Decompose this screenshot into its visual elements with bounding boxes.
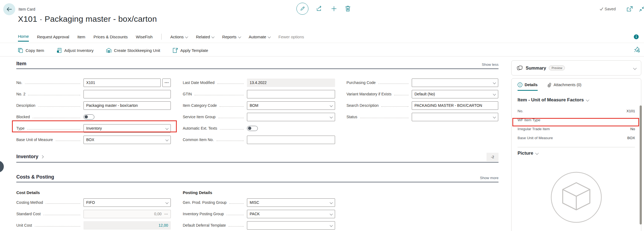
show-more-link[interactable]: Show more bbox=[480, 176, 499, 180]
details-card: Details Attachments (0) Item - Unit of M… bbox=[511, 78, 641, 231]
factbox-divider bbox=[518, 147, 635, 147]
template-icon bbox=[173, 48, 178, 53]
no-input[interactable]: X101 bbox=[83, 79, 161, 87]
back-button[interactable] bbox=[3, 3, 15, 15]
factbox-rows: No. X101 WF Item Type Irregular Trade It… bbox=[518, 107, 635, 142]
chevron-down-icon bbox=[493, 81, 496, 84]
show-less-link[interactable]: Show less bbox=[482, 63, 499, 67]
chevron-down-icon bbox=[330, 115, 333, 118]
field-search-description: Search Description PACKAGING MASTER - BO… bbox=[346, 100, 498, 111]
unpin-icon[interactable] bbox=[634, 46, 640, 53]
assist-edit-icon[interactable] bbox=[164, 212, 168, 216]
gtin-input[interactable] bbox=[247, 90, 335, 98]
chevron-down-icon[interactable] bbox=[633, 66, 637, 70]
chevron-down-icon bbox=[493, 115, 496, 118]
ribbon-menu: Home Request Approval Item Prices & Disc… bbox=[18, 33, 304, 42]
create-stockkeeping-unit-button[interactable]: Create Stockkeeping Unit bbox=[106, 48, 160, 53]
field-variant-mandatory: Variant Mandatory if Exists Default (No) bbox=[346, 88, 498, 100]
cost-details-title: Cost Details bbox=[16, 188, 171, 197]
tab-related[interactable]: Related bbox=[196, 35, 214, 41]
field-inventory-posting-group: Inventory Posting Group PACK bbox=[183, 208, 335, 220]
apply-template-button[interactable]: Apply Template bbox=[173, 48, 208, 53]
costs-section-header: Costs & Posting Show more bbox=[16, 174, 499, 182]
description-input[interactable]: Packaging master - box/carton bbox=[83, 101, 171, 110]
picture-section-heading[interactable]: Picture bbox=[518, 151, 635, 156]
adjust-inventory-button[interactable]: Adjust Inventory bbox=[57, 48, 94, 53]
inventory-count-badge: -2 bbox=[487, 153, 499, 161]
purchasing-code-select[interactable] bbox=[412, 79, 498, 87]
field-default-deferral-template: Default Deferral Template bbox=[183, 220, 335, 231]
search-description-input[interactable]: PACKAGING MASTER - BOX/CARTON bbox=[412, 101, 498, 110]
item-section-header: Item Show less bbox=[16, 61, 499, 69]
ribbon-divider-line bbox=[0, 43, 644, 43]
action-bar: Copy Item Adjust Inventory Create Stockk… bbox=[18, 45, 208, 56]
summary-title: Summary bbox=[526, 65, 546, 71]
tab-prices-discounts[interactable]: Prices & Discounts bbox=[94, 35, 128, 41]
tab-details[interactable]: Details bbox=[518, 82, 538, 91]
field-unit-cost: Unit Cost 12,00 bbox=[16, 220, 171, 231]
field-purchasing-code: Purchasing Code bbox=[346, 77, 498, 88]
field-automatic-ext-texts: Automatic Ext. Texts bbox=[183, 123, 335, 134]
back-arrow-icon bbox=[6, 7, 12, 12]
item-fields-column-1: No. X101 No. 2 Description Packaging mas… bbox=[16, 77, 171, 145]
factbox-section-heading[interactable]: Item - Unit of Measure Factors bbox=[518, 97, 635, 103]
tab-request-approval[interactable]: Request Approval bbox=[37, 35, 69, 41]
tab-wisefish[interactable]: WiseFish bbox=[136, 35, 153, 41]
tab-actions[interactable]: Actions bbox=[170, 35, 188, 41]
edit-button[interactable] bbox=[296, 3, 308, 15]
posting-details-column: Posting Details Gen. Prod. Posting Group… bbox=[183, 188, 335, 231]
share-icon[interactable] bbox=[316, 5, 323, 12]
warehouse-icon bbox=[106, 48, 112, 53]
costing-method-select[interactable]: FIFO bbox=[83, 198, 171, 207]
item-fields-column-2: Last Date Modified 13.4.2022 GTIN Item C… bbox=[183, 77, 335, 145]
assist-edit-button[interactable] bbox=[162, 79, 171, 87]
item-category-select[interactable]: BOM bbox=[247, 101, 335, 110]
tab-item[interactable]: Item bbox=[77, 35, 85, 41]
variant-mandatory-select[interactable]: Default (No) bbox=[412, 90, 498, 98]
chevron-down-icon bbox=[211, 35, 214, 38]
unit-cost-value[interactable]: 12,00 bbox=[83, 221, 171, 230]
summary-card[interactable]: Summary Preview bbox=[511, 60, 641, 76]
chevron-down-icon bbox=[165, 127, 168, 130]
chevron-down-icon bbox=[268, 35, 271, 38]
inventory-section-title: Inventory bbox=[16, 154, 43, 160]
field-gen-prod-posting-group: Gen. Prod. Posting Group MISC bbox=[183, 197, 335, 208]
costs-section-title: Costs & Posting bbox=[16, 174, 54, 180]
left-edge-handle[interactable] bbox=[0, 161, 4, 173]
fewer-options-link[interactable]: Fewer options bbox=[278, 35, 304, 41]
copy-item-button[interactable]: Copy Item bbox=[18, 48, 44, 53]
tab-attachments[interactable]: Attachments (0) bbox=[547, 82, 581, 90]
field-item-category-code: Item Category Code BOM bbox=[183, 100, 335, 111]
new-icon[interactable] bbox=[331, 5, 337, 12]
posting-details-title: Posting Details bbox=[183, 188, 335, 197]
no2-input[interactable] bbox=[83, 90, 171, 98]
base-uom-select[interactable]: BOX bbox=[83, 136, 171, 144]
chevron-down-icon bbox=[330, 224, 333, 227]
page-title: X101 · Packaging master - box/carton bbox=[18, 14, 157, 24]
tab-home[interactable]: Home bbox=[18, 34, 29, 42]
tab-automate[interactable]: Automate bbox=[249, 35, 270, 41]
tab-reports[interactable]: Reports bbox=[222, 35, 241, 41]
default-deferral-template-select[interactable] bbox=[247, 221, 335, 230]
gen-prod-posting-group-select[interactable]: MISC bbox=[247, 198, 335, 207]
status-select[interactable] bbox=[412, 113, 498, 121]
automatic-ext-texts-toggle[interactable] bbox=[247, 126, 258, 131]
field-costing-method: Costing Method FIFO bbox=[16, 197, 171, 208]
delete-icon[interactable] bbox=[345, 5, 351, 12]
open-in-new-window-icon[interactable] bbox=[626, 6, 633, 12]
preview-badge: Preview bbox=[549, 65, 565, 70]
inventory-posting-group-select[interactable]: PACK bbox=[247, 210, 335, 218]
inventory-section-header[interactable]: Inventory -2 bbox=[16, 154, 499, 163]
collapse-icon[interactable] bbox=[639, 6, 644, 12]
chevron-down-icon bbox=[535, 151, 539, 155]
factbox-scrollbar[interactable] bbox=[640, 105, 642, 224]
field-type: Type Inventory bbox=[16, 123, 171, 134]
type-select[interactable]: Inventory bbox=[83, 124, 171, 133]
field-base-unit-of-measure: Base Unit of Measure BOX bbox=[16, 134, 171, 145]
chevron-down-icon bbox=[330, 212, 333, 215]
common-item-no-input[interactable] bbox=[247, 136, 335, 144]
blocked-toggle[interactable] bbox=[83, 114, 94, 120]
standard-cost-input[interactable]: 0,00 bbox=[83, 210, 171, 218]
service-item-group-select[interactable] bbox=[247, 113, 335, 121]
notification-info-icon[interactable] bbox=[634, 34, 639, 39]
